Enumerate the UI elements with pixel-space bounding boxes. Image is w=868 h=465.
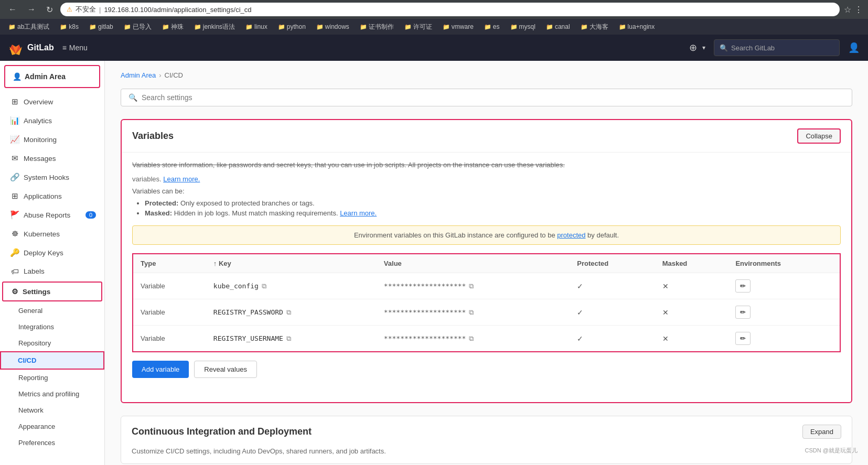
back-button[interactable]: ← (5, 4, 20, 15)
bookmark-item[interactable]: 📁证书制作 (356, 21, 398, 33)
appearance-label: Appearance (18, 423, 55, 430)
sidebar-item-settings[interactable]: ⚙ Settings (2, 282, 102, 301)
sidebar-item-kubernetes[interactable]: ☸ Kubernetes (0, 224, 104, 243)
bookmark-item[interactable]: 📁大海客 (576, 21, 613, 33)
sidebar-admin-area[interactable]: 👤 Admin Area (4, 65, 100, 88)
bookmark-item[interactable]: 📁jenkins语法 (190, 21, 239, 33)
monitoring-icon: 📈 (10, 135, 19, 144)
deploy-keys-icon: 🔑 (10, 248, 19, 257)
forward-button[interactable]: → (24, 4, 39, 15)
value-masked: ******************** (384, 308, 466, 316)
sidebar-item-label: System Hooks (24, 174, 69, 181)
settings-search-icon: 🔍 (128, 93, 137, 102)
table-row: Variable REGISTRY_USERNAME ⧉ ***********… (133, 326, 840, 352)
cross-icon: ✕ (662, 308, 669, 317)
sidebar-item-monitoring[interactable]: 📈 Monitoring (0, 130, 104, 149)
settings-label: Settings (23, 288, 50, 296)
more-icon[interactable]: ⋮ (854, 5, 863, 15)
gitlab-logo: GitLab (8, 40, 54, 55)
settings-icon: ⚙ (12, 287, 18, 296)
search-settings-input[interactable] (142, 93, 844, 102)
sidebar-item-labels[interactable]: 🏷 Labels (0, 262, 104, 280)
sidebar-item-applications[interactable]: ⊞ Applications (0, 187, 104, 206)
menu-button[interactable]: ≡ Menu (62, 44, 88, 52)
copy-value-icon[interactable]: ⧉ (469, 282, 474, 290)
bookmark-item[interactable]: 📁许可证 (400, 21, 436, 33)
user-icon[interactable]: 👤 (848, 42, 860, 53)
breadcrumb-parent[interactable]: Admin Area (121, 71, 156, 79)
bookmark-item[interactable]: 📁es (480, 22, 504, 31)
bookmark-item[interactable]: 📁k8s (56, 22, 83, 31)
sidebar-sub-integrations[interactable]: Integrations (0, 319, 104, 335)
sidebar-sub-general[interactable]: General (0, 302, 104, 319)
copy-key-icon[interactable]: ⧉ (286, 308, 291, 317)
admin-area-label: Admin Area (25, 72, 66, 81)
sidebar-item-messages[interactable]: ✉ Messages (0, 149, 104, 168)
sidebar-item-analytics[interactable]: 📊 Analytics (0, 111, 104, 130)
row-value: ******************** ⧉ (377, 273, 570, 299)
sidebar-sub-appearance[interactable]: Appearance (0, 418, 104, 435)
col-key[interactable]: ↑ Key (206, 254, 377, 273)
bookmark-item[interactable]: 📁mysql (506, 22, 540, 31)
refresh-button[interactable]: ↻ (43, 4, 56, 16)
bookmark-item[interactable]: 📁python (274, 22, 310, 31)
sidebar-item-system-hooks[interactable]: 🔗 System Hooks (0, 168, 104, 187)
row-protected: ✓ (570, 326, 655, 352)
copy-key-icon[interactable]: ⧉ (262, 282, 266, 290)
sidebar-sub-repository[interactable]: Repository (0, 335, 104, 351)
plus-icon[interactable]: ⊕ (689, 42, 697, 53)
edit-variable-button[interactable]: ✏ (735, 279, 751, 293)
sidebar-item-overview[interactable]: ⊞ Overview (0, 92, 104, 111)
bookmark-item[interactable]: 📁lua+nginx (615, 22, 659, 31)
sidebar-item-deploy-keys[interactable]: 🔑 Deploy Keys (0, 243, 104, 262)
kubernetes-icon: ☸ (10, 229, 19, 239)
sidebar-sub-metrics[interactable]: Metrics and profiling (0, 386, 104, 402)
bookmark-item[interactable]: 📁canal (542, 22, 574, 31)
protected-link[interactable]: protected (557, 231, 585, 239)
bookmark-item[interactable]: 📁gitlab (85, 22, 117, 31)
sidebar-sub-network[interactable]: Network (0, 402, 104, 418)
sidebar-item-abuse-reports[interactable]: 🚩 Abuse Reports 0 (0, 206, 104, 224)
bookmark-item[interactable]: 📁已导入 (120, 21, 156, 33)
add-variable-button[interactable]: Add variable (132, 361, 189, 378)
bookmark-item[interactable]: 📁ab工具测试 (4, 21, 53, 33)
browser-bar: ← → ↻ ⚠ 不安全 | 192.168.10.100/admin/appli… (0, 0, 868, 19)
row-masked: ✕ (655, 326, 728, 352)
ci-expand-button[interactable]: Expand (802, 425, 841, 439)
bookmark-item[interactable]: 📁linux (241, 22, 272, 31)
sidebar-sub-cicd[interactable]: CI/CD (0, 351, 104, 370)
key-name: REGISTRY_PASSWORD (213, 308, 283, 316)
row-environments: ✏ (728, 273, 840, 299)
sidebar-sub-preferences[interactable]: Preferences (0, 435, 104, 451)
browser-actions: ☆ ⋮ (844, 5, 863, 15)
main-layout: 👤 Admin Area ⊞ Overview 📊 Analytics 📈 Mo… (0, 61, 868, 465)
col-protected: Protected (570, 254, 655, 273)
bookmark-folder-icon: 📁 (546, 24, 553, 30)
bookmark-item[interactable]: 📁windows (312, 22, 353, 31)
chevron-down-icon[interactable]: ▾ (702, 44, 705, 51)
messages-icon: ✉ (10, 154, 19, 163)
bookmark-folder-icon: 📁 (162, 24, 169, 30)
address-bar[interactable]: ⚠ 不安全 | 192.168.10.100/admin/application… (60, 3, 840, 16)
masked-learn-more-link[interactable]: Learn more. (340, 209, 377, 217)
learn-more-link[interactable]: Learn more. (163, 175, 200, 183)
sidebar-item-label: Overview (24, 98, 53, 106)
sidebar-item-label: Applications (24, 192, 62, 200)
reveal-values-button[interactable]: Reveal values (194, 361, 257, 378)
edit-variable-button[interactable]: ✏ (735, 306, 751, 319)
copy-value-icon[interactable]: ⧉ (469, 308, 474, 317)
bookmark-folder-icon: 📁 (278, 24, 285, 30)
collapse-button[interactable]: Collapse (797, 128, 841, 144)
cross-icon: ✕ (662, 282, 669, 290)
search-bar[interactable]: 🔍 Search GitLab (714, 39, 840, 56)
sidebar-sub-reporting[interactable]: Reporting (0, 370, 104, 386)
bookmark-item[interactable]: 📁神珠 (158, 21, 188, 33)
edit-variable-button[interactable]: ✏ (735, 332, 751, 345)
bookmark-folder-icon: 📁 (316, 24, 324, 30)
bookmark-item[interactable]: 📁vmware (438, 22, 478, 31)
row-value: ******************** ⧉ (377, 326, 570, 352)
copy-key-icon[interactable]: ⧉ (286, 334, 291, 343)
copy-value-icon[interactable]: ⧉ (469, 334, 474, 343)
bookmark-icon[interactable]: ☆ (844, 5, 851, 15)
col-masked: Masked (655, 254, 728, 273)
